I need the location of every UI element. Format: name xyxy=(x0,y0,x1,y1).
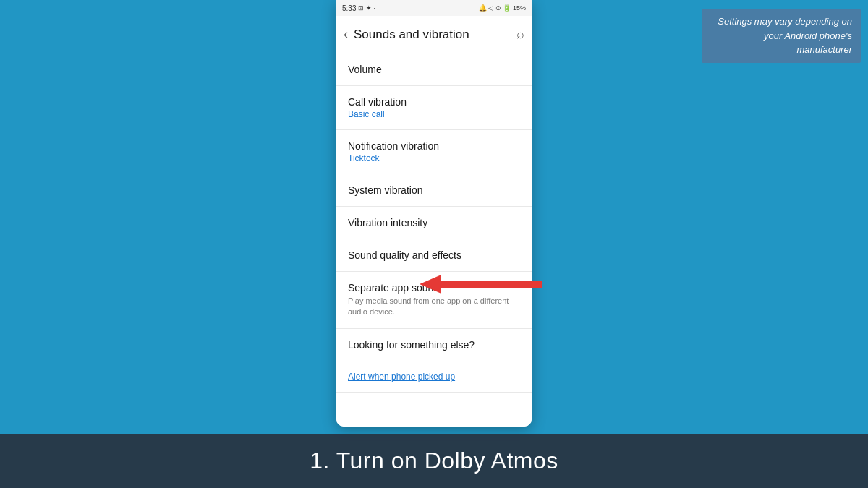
item-title-alert-phone: Alert when phone picked up xyxy=(348,372,520,382)
list-item-sound-quality[interactable]: Sound quality and effects xyxy=(336,239,532,272)
item-title-call-vibration: Call vibration xyxy=(348,96,520,108)
status-icons: ⊡ ✦ ∙ xyxy=(358,4,375,12)
item-title-volume: Volume xyxy=(348,64,520,75)
page-title: Sounds and vibration xyxy=(354,27,511,42)
list-item-vibration-intensity[interactable]: Vibration intensity xyxy=(336,207,532,239)
status-right: 🔔 ◁ ⊙ 🔋 15% xyxy=(479,4,526,12)
list-item-call-vibration[interactable]: Call vibration Basic call xyxy=(336,86,532,130)
bottom-bar: 1. Turn on Dolby Atmos xyxy=(0,434,868,488)
item-title-looking: Looking for something else? xyxy=(348,339,520,351)
item-desc-separate-app-sound: Play media sound from one app on a diffe… xyxy=(348,296,520,318)
bottom-title: 1. Turn on Dolby Atmos xyxy=(310,448,558,474)
item-subtitle-notification-vibration: Ticktock xyxy=(348,153,520,163)
item-title-separate-app-sound: Separate app sound xyxy=(348,282,520,294)
list-item-alert-phone[interactable]: Alert when phone picked up xyxy=(336,361,532,393)
list-item-separate-app-sound[interactable]: Separate app sound Play media sound from… xyxy=(336,272,532,329)
list-item-notification-vibration[interactable]: Notification vibration Ticktock xyxy=(336,130,532,174)
item-title-vibration-intensity: Vibration intensity xyxy=(348,217,520,228)
list-item-volume[interactable]: Volume xyxy=(336,53,532,86)
phone-frame: 5:33 ⊡ ✦ ∙ 🔔 ◁ ⊙ 🔋 15% ‹ Sounds and vibr… xyxy=(336,0,532,427)
disclaimer-text: Settings may vary depending on your Andr… xyxy=(718,16,852,55)
back-button[interactable]: ‹ xyxy=(344,27,348,42)
item-title-notification-vibration: Notification vibration xyxy=(348,140,520,152)
disclaimer-box: Settings may vary depending on your Andr… xyxy=(702,9,861,63)
status-time: 5:33 xyxy=(342,4,356,12)
settings-list: Volume Call vibration Basic call Notific… xyxy=(336,53,532,427)
status-bar: 5:33 ⊡ ✦ ∙ 🔔 ◁ ⊙ 🔋 15% xyxy=(336,0,532,16)
list-item-system-vibration[interactable]: System vibration xyxy=(336,174,532,207)
status-battery: 🔔 ◁ ⊙ 🔋 15% xyxy=(479,4,526,12)
status-left: 5:33 ⊡ ✦ ∙ xyxy=(342,4,375,12)
item-title-sound-quality: Sound quality and effects xyxy=(348,249,520,261)
header: ‹ Sounds and vibration ⌕ xyxy=(336,16,532,53)
item-title-system-vibration: System vibration xyxy=(348,184,520,196)
list-item-looking-for-something[interactable]: Looking for something else? xyxy=(336,329,532,361)
search-icon[interactable]: ⌕ xyxy=(516,27,524,42)
item-subtitle-call-vibration: Basic call xyxy=(348,109,520,119)
